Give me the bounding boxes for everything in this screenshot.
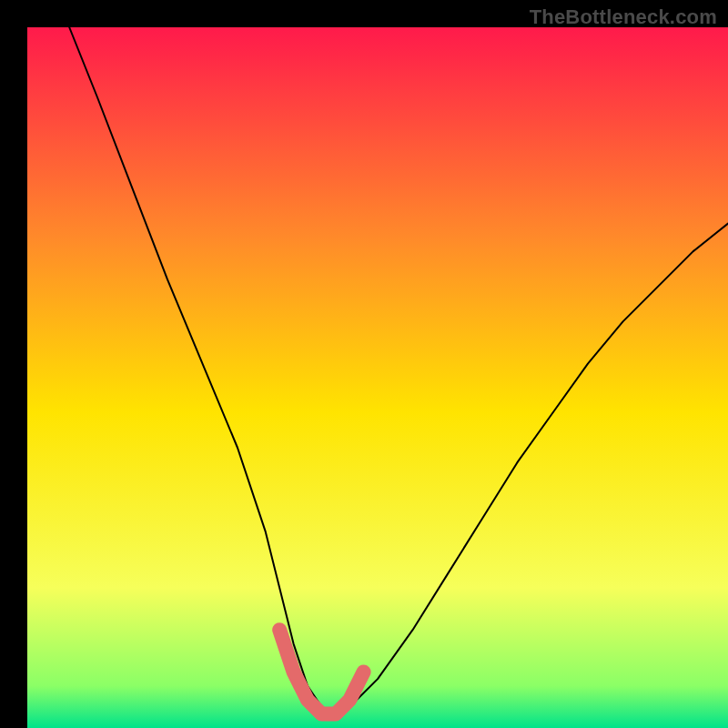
gradient-background [27,27,728,728]
watermark-text: TheBottleneck.com [530,5,717,29]
chart-stage: TheBottleneck.com [0,0,728,728]
bottleneck-chart [0,0,728,728]
